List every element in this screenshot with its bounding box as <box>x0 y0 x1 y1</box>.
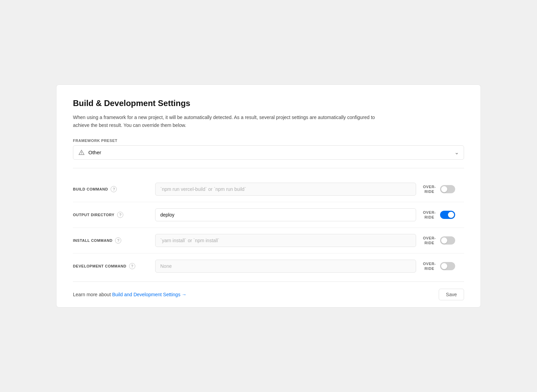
development-command-slider <box>440 262 455 270</box>
output-directory-input[interactable] <box>155 208 416 221</box>
development-command-override-label: OVER-RIDE <box>423 261 436 271</box>
build-command-input[interactable] <box>155 183 416 196</box>
settings-card: Build & Development Settings When using … <box>56 84 481 308</box>
output-directory-slider <box>440 211 455 219</box>
output-directory-help-icon[interactable]: ? <box>117 212 123 218</box>
framework-label: FRAMEWORK PRESET <box>73 139 464 143</box>
build-command-override-label: OVER-RIDE <box>423 184 436 194</box>
framework-name: Other <box>88 149 101 155</box>
footer-link[interactable]: Build and Development Settings → <box>112 292 186 297</box>
install-command-label: INSTALL COMMAND <box>73 238 112 243</box>
framework-select-inner[interactable]: Other ⌄ <box>73 145 464 160</box>
output-directory-toggle[interactable] <box>440 211 455 219</box>
install-command-input[interactable] <box>155 234 416 247</box>
footer-static-text: Learn more about <box>73 292 112 297</box>
build-command-label-group: BUILD COMMAND ? <box>73 186 148 192</box>
development-command-override-group: OVER-RIDE <box>423 261 464 271</box>
chevron-down-icon: ⌄ <box>454 149 459 156</box>
footer: Learn more about Build and Development S… <box>73 282 464 307</box>
development-command-help-icon[interactable]: ? <box>129 263 135 269</box>
build-command-label: BUILD COMMAND <box>73 187 108 191</box>
build-command-slider <box>440 185 455 193</box>
build-command-toggle[interactable] <box>440 185 455 193</box>
page-title: Build & Development Settings <box>73 99 464 108</box>
install-command-label-group: INSTALL COMMAND ? <box>73 237 148 244</box>
development-command-toggle[interactable] <box>440 262 455 270</box>
footer-text-group: Learn more about Build and Development S… <box>73 291 187 298</box>
page-description: When using a framework for a new project… <box>73 114 381 129</box>
setting-row-build-command: BUILD COMMAND ? OVER-RIDE <box>73 177 464 202</box>
setting-row-development-command: DEVELOPMENT COMMAND ? OVER-RIDE <box>73 253 464 279</box>
output-directory-label-group: OUTPUT DIRECTORY ? <box>73 212 148 218</box>
build-command-help-icon[interactable]: ? <box>111 186 117 192</box>
development-command-input[interactable] <box>155 260 416 273</box>
output-directory-override-label: OVER-RIDE <box>423 210 436 220</box>
svg-point-1 <box>81 154 82 154</box>
framework-select[interactable]: Other ⌄ <box>73 145 464 160</box>
setting-row-install-command: INSTALL COMMAND ? OVER-RIDE <box>73 228 464 253</box>
framework-select-left: Other <box>78 149 101 156</box>
settings-grid: BUILD COMMAND ? OVER-RIDE OUTPUT DIRECTO… <box>73 177 464 279</box>
output-directory-override-group: OVER-RIDE <box>423 210 464 220</box>
install-command-slider <box>440 236 455 245</box>
setting-row-output-directory: OUTPUT DIRECTORY ? OVER-RIDE <box>73 202 464 228</box>
save-button[interactable]: Save <box>439 289 464 300</box>
install-command-override-label: OVER-RIDE <box>423 236 436 246</box>
output-directory-label: OUTPUT DIRECTORY <box>73 213 114 217</box>
build-command-override-group: OVER-RIDE <box>423 184 464 194</box>
development-command-label-group: DEVELOPMENT COMMAND ? <box>73 263 148 269</box>
triangle-icon <box>78 149 85 156</box>
install-command-override-group: OVER-RIDE <box>423 236 464 246</box>
divider <box>73 168 464 168</box>
development-command-label: DEVELOPMENT COMMAND <box>73 264 126 268</box>
install-command-help-icon[interactable]: ? <box>115 237 121 244</box>
install-command-toggle[interactable] <box>440 236 455 245</box>
